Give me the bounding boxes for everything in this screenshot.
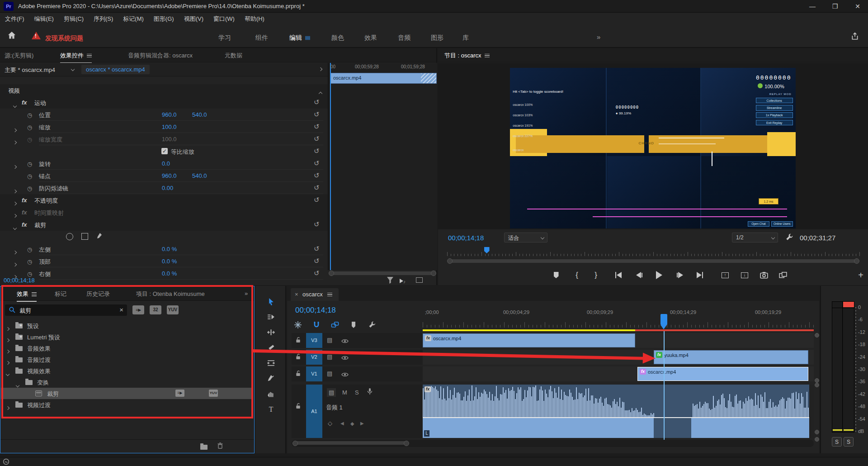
type-tool[interactable]: T	[265, 404, 276, 414]
clip-oscarcx.mp4[interactable]: fxoscarcx.mp4	[423, 333, 635, 347]
chevron-right-icon[interactable]	[14, 162, 16, 170]
clip-audio-oscarcx[interactable]: fxL	[423, 385, 809, 438]
export-frame-button[interactable]	[758, 270, 770, 281]
stopwatch-keyframe-icon[interactable]: ◷	[27, 112, 32, 119]
clip-yuuka.mp4[interactable]: fxyuuka.mp4	[654, 350, 808, 364]
voiceover-record-mic-icon[interactable]	[367, 388, 373, 397]
creative-cloud-icon[interactable]	[3, 458, 9, 466]
reset-parameter-icon[interactable]: ↺	[314, 98, 320, 106]
menu-item-8[interactable]: 帮助(H)	[240, 13, 269, 25]
replay-button[interactable]: Streamline	[756, 105, 793, 111]
add-marker-icon[interactable]	[348, 319, 359, 330]
track-select-forward-tool[interactable]	[265, 311, 276, 322]
playhead-handle[interactable]	[660, 314, 667, 329]
tree-item-Lumetri 预设[interactable]: ★Lumetri 预设	[1, 331, 252, 342]
linked-selection-icon[interactable]	[330, 319, 340, 330]
lock-icon[interactable]	[295, 337, 301, 345]
timeline-settings-wrench-icon[interactable]	[367, 319, 377, 330]
home-icon[interactable]	[7, 31, 16, 42]
workspace-tab-4[interactable]: 颜色	[331, 34, 344, 42]
reset-parameter-icon[interactable]: ↺	[314, 123, 320, 131]
sequence-clip-label[interactable]: oscarcx * oscarcx.mp4	[81, 65, 150, 74]
param-value[interactable]: 540.0	[192, 172, 207, 179]
zoom-level-select[interactable]: 适合	[504, 233, 547, 243]
chevron-right-icon[interactable]	[14, 260, 16, 268]
menu-item-7[interactable]: 窗口(W)	[208, 13, 240, 25]
workspace-tab-5[interactable]: 效果	[364, 34, 377, 42]
track-target-V2[interactable]: V2	[306, 350, 322, 365]
keyframe-diamond-icon[interactable]: ◇	[328, 420, 332, 427]
tab-source[interactable]: 源:(无剪辑)	[5, 52, 33, 60]
menu-item-3[interactable]: 序列(S)	[89, 13, 118, 25]
add-keyframe-icon[interactable]: ◆	[350, 421, 354, 427]
effects-search-input[interactable]: 裁剪 ×	[5, 304, 127, 316]
menu-item-6[interactable]: 视图(V)	[179, 13, 208, 25]
menu-item-2[interactable]: 剪辑(C)	[59, 13, 89, 25]
panel-menu-icon[interactable]	[327, 293, 332, 297]
workspace-tab-6[interactable]: 音频	[398, 34, 410, 42]
button-editor-plus[interactable]: +	[855, 270, 867, 281]
timeline-hscrollbar[interactable]	[292, 440, 814, 447]
workspace-overflow-chevron[interactable]: »	[597, 33, 600, 41]
reset-parameter-icon[interactable]: ↺	[314, 147, 320, 155]
timeline-vscrollbar[interactable]	[815, 331, 819, 440]
chevron-right-icon[interactable]	[14, 211, 16, 219]
timeline-ruler[interactable]: ;00;0000;00;04;2900;00;09;2900;00;14;290…	[423, 302, 814, 329]
program-timecode[interactable]: 00;00;14;18	[448, 234, 484, 242]
stopwatch-keyframe-icon[interactable]: ◷	[27, 161, 32, 167]
tab-audio-mixer[interactable]: 音频剪辑混合器: oscarcx	[128, 52, 193, 60]
program-playhead[interactable]	[484, 247, 490, 253]
clip-oscarcx.mp4[interactable]: fxoscarcx.mp4	[637, 367, 808, 381]
track-target-A1[interactable]: A1	[306, 385, 322, 438]
chevron-down-icon[interactable]	[14, 223, 16, 231]
razor-tool[interactable]	[265, 342, 276, 353]
program-time-ruler[interactable]	[447, 247, 859, 257]
solo-right-button[interactable]: S	[844, 437, 854, 447]
param-value[interactable]: 100.0	[162, 124, 177, 130]
mark-out-button[interactable]: }	[590, 270, 602, 281]
param-value[interactable]: 0.0 %	[162, 270, 177, 277]
stopwatch-keyframe-icon[interactable]: ◷	[27, 185, 32, 192]
prev-keyframe-icon[interactable]: ◀	[340, 421, 344, 426]
workspace-tab-8[interactable]: 库	[462, 34, 469, 42]
effect-controls-playhead[interactable]	[330, 63, 331, 270]
clip-indicator[interactable]	[843, 302, 854, 307]
close-button[interactable]: ✕	[847, 0, 868, 13]
next-keyframe-icon[interactable]: ▶	[360, 421, 364, 426]
param-value[interactable]: 100.0	[162, 136, 177, 143]
track-target-V3[interactable]: V3	[306, 333, 322, 348]
reset-parameter-icon[interactable]: ↺	[314, 196, 320, 204]
tree-item-变换[interactable]: 变换	[1, 376, 252, 388]
chevron-right-icon[interactable]	[6, 403, 9, 411]
master-clip-label[interactable]: 主要 * oscarcx.mp4	[5, 66, 55, 74]
stopwatch-keyframe-icon[interactable]: ◷	[27, 173, 32, 180]
scroll-knob[interactable]	[815, 378, 819, 383]
add-marker-button[interactable]	[550, 270, 562, 281]
snap-magnet-icon[interactable]	[311, 319, 322, 330]
lock-icon[interactable]	[295, 353, 301, 361]
panel-menu-icon[interactable]	[32, 292, 37, 296]
tab-project[interactable]: 项目 : Otenba Koimusume	[136, 290, 205, 298]
step-forward-button[interactable]	[674, 270, 686, 281]
tab-sequence-oscarcx[interactable]: × oscarcx	[291, 288, 339, 301]
minimize-button[interactable]: —	[802, 0, 823, 13]
tree-item-裁剪[interactable]: 裁剪≡▶YUV	[1, 388, 252, 399]
video-frame[interactable]: CHRNO00000000100.00%REPLAY MODCollection…	[510, 68, 796, 228]
extract-button[interactable]: ↓	[739, 270, 750, 281]
param-value[interactable]: 540.0	[192, 111, 207, 118]
menu-item-1[interactable]: 编辑(E)	[29, 13, 59, 25]
stopwatch-keyframe-icon[interactable]: ◷	[27, 136, 32, 143]
tree-item-预设[interactable]: ★预设	[1, 320, 252, 331]
lock-icon[interactable]	[295, 370, 301, 378]
play-audio-icon[interactable]: ♪	[400, 277, 406, 285]
replay-button[interactable]: Collections	[756, 98, 793, 104]
tree-item-视频效果[interactable]: 视频效果	[1, 365, 252, 376]
scroll-knob[interactable]	[815, 383, 819, 387]
trash-icon[interactable]	[217, 442, 224, 451]
reset-parameter-icon[interactable]: ↺	[314, 269, 320, 277]
badge-yuv[interactable]: YUV	[167, 305, 179, 314]
solo-button[interactable]: S	[355, 389, 359, 396]
chevron-down-icon[interactable]	[14, 101, 16, 109]
corner-button[interactable]: Open Chat	[748, 221, 769, 227]
chevron-down-icon[interactable]	[71, 67, 75, 71]
